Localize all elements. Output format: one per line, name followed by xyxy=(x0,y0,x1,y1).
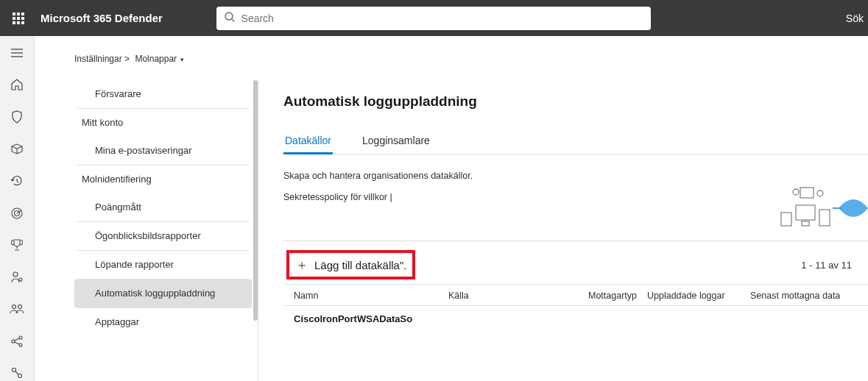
shield-icon[interactable] xyxy=(7,109,27,125)
svg-point-9 xyxy=(19,278,22,281)
tab-bar: Datakällor Logginsamlare xyxy=(283,130,868,154)
add-data-source-label: Lägg till datakälla". xyxy=(314,259,406,271)
trophy-icon[interactable] xyxy=(7,237,27,253)
breadcrumb-root[interactable]: Inställningar > xyxy=(74,54,130,64)
chevron-down-icon: ▾ xyxy=(180,56,184,63)
content-area: Inställningar > Molnappar ▾ ▲ Försvarare… xyxy=(35,36,868,381)
scrollbar-thumb[interactable] xyxy=(253,80,258,321)
svg-rect-22 xyxy=(802,221,809,226)
breadcrumb: Inställningar > Molnappar ▾ xyxy=(74,54,868,64)
col-last-received[interactable]: Senast mottagna data xyxy=(750,291,868,301)
svg-point-11 xyxy=(18,305,22,309)
svg-line-16 xyxy=(15,342,19,344)
share-icon[interactable] xyxy=(7,333,27,349)
radar-icon[interactable] xyxy=(7,205,27,221)
svg-point-12 xyxy=(12,340,15,343)
svg-point-25 xyxy=(793,189,799,195)
col-uploaded-logs[interactable]: Uppladdade loggar xyxy=(647,291,750,301)
svg-line-1 xyxy=(232,19,235,22)
svg-rect-20 xyxy=(781,213,791,226)
waffle-icon xyxy=(13,13,24,24)
tab-log-collectors[interactable]: Logginsamlare xyxy=(361,130,431,154)
settings-side-panel: ▲ Försvarare Mitt konto Mina e-postavise… xyxy=(74,80,258,381)
app-launcher-button[interactable] xyxy=(0,0,36,36)
svg-rect-23 xyxy=(819,210,830,226)
svg-point-0 xyxy=(225,13,233,20)
nav-defender[interactable]: Försvarare xyxy=(74,80,252,108)
people-icon[interactable] xyxy=(7,301,27,317)
home-icon[interactable] xyxy=(7,77,27,93)
page-heading: Automatisk logguppladdning xyxy=(283,93,868,110)
top-bar: Microsoft 365 Defender Sök xyxy=(0,0,868,36)
app-title: Microsoft 365 Defender xyxy=(40,12,163,24)
svg-line-15 xyxy=(15,338,19,341)
col-name[interactable]: Namn xyxy=(294,291,448,301)
svg-point-10 xyxy=(13,305,16,309)
top-right-label: Sök xyxy=(846,13,864,24)
tutorial-highlight: ＋ Lägg till datakälla". xyxy=(286,250,415,279)
cell-name: CiscoIronPortWSADataSo xyxy=(294,313,448,324)
nav-auto-log-upload[interactable]: Automatisk logguppladdning xyxy=(74,279,252,307)
data-sources-table: ＋ Lägg till datakälla". 1 - 11 av 11 Nam… xyxy=(283,241,868,324)
col-source[interactable]: Källa xyxy=(448,291,588,301)
nav-collapse-button[interactable] xyxy=(7,45,27,61)
col-receiver-type[interactable]: Mottagartyp xyxy=(588,291,647,301)
search-container xyxy=(216,7,651,30)
svg-rect-21 xyxy=(796,205,815,220)
breadcrumb-current[interactable]: Molnappar xyxy=(135,54,177,64)
left-nav-rail xyxy=(0,36,35,381)
search-input[interactable] xyxy=(241,13,643,24)
box-icon[interactable] xyxy=(7,141,27,157)
nav-app-tags[interactable]: Apptaggar xyxy=(74,308,252,336)
main-panel: Automatisk logguppladdning Datakällor Lo… xyxy=(258,80,868,381)
svg-point-14 xyxy=(19,343,22,346)
nav-cloud-discovery[interactable]: Molnidentifiering xyxy=(74,165,252,193)
svg-rect-24 xyxy=(800,188,814,198)
result-count: 1 - 11 av 11 xyxy=(801,260,852,271)
svg-point-13 xyxy=(19,336,22,339)
svg-point-18 xyxy=(18,374,22,378)
connection-icon[interactable] xyxy=(7,365,27,381)
nav-my-account[interactable]: Mitt konto xyxy=(74,109,252,137)
svg-point-8 xyxy=(13,272,18,277)
description-line1: Skapa och hantera organisationens datakä… xyxy=(283,168,868,185)
search-box[interactable] xyxy=(216,7,651,30)
nav-email-notifications[interactable]: Mina e-postaviseringar xyxy=(74,137,252,165)
illustration-icon xyxy=(780,183,868,235)
table-header-row: Namn Källa Mottagartyp Uppladdade loggar… xyxy=(283,284,868,306)
search-icon xyxy=(224,11,236,26)
add-data-source-button[interactable]: ＋ Lägg till datakälla". xyxy=(289,253,412,277)
nav-snapshot-reports[interactable]: Ögonblicksbildsrapporter xyxy=(74,222,252,250)
svg-point-26 xyxy=(817,190,823,196)
history-icon[interactable] xyxy=(7,173,27,189)
person-key-icon[interactable] xyxy=(7,269,27,285)
svg-point-17 xyxy=(13,368,16,372)
table-row[interactable]: CiscoIronPortWSADataSo xyxy=(283,306,868,324)
nav-score-metrics[interactable]: Poängmått xyxy=(74,193,252,221)
nav-continuous-reports[interactable]: Löpande rapporter xyxy=(74,251,252,279)
plus-icon: ＋ xyxy=(295,256,308,274)
divider xyxy=(283,241,868,241)
tab-data-sources[interactable]: Datakällor xyxy=(283,130,333,154)
privacy-terms-link[interactable]: Sekretesspolicy för villkor | xyxy=(283,192,392,202)
svg-line-19 xyxy=(15,371,18,374)
